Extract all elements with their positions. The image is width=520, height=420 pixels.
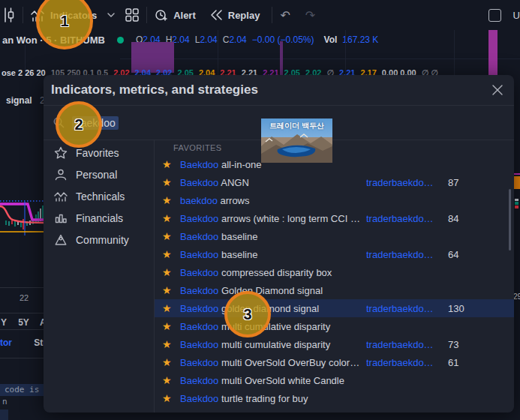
annotation-number: 2 — [74, 116, 83, 134]
annotation-step-3: 3 — [224, 291, 271, 338]
title-rest: multi OverSold OverBuy colored Candle — [218, 357, 366, 368]
annotation-number: 1 — [60, 13, 68, 30]
indicator-row[interactable]: ★ Baekdoo multi cumulative disparity — [155, 317, 514, 335]
annotation-step-2: 2 — [56, 101, 102, 148]
title-match: Baekdoo — [180, 249, 218, 260]
sidebar-item-community[interactable]: Community — [44, 229, 154, 250]
indicator-row[interactable]: ★ Baekdoo turtle trading for buy — [155, 389, 514, 407]
indicator-row[interactable]: ★ Baekdoo golden diamond signal traderba… — [155, 299, 514, 317]
title-rest: multi OverSold white Candle — [218, 375, 344, 386]
code-highlight-line[interactable]: code is — [0, 384, 44, 396]
title-match: Baekdoo — [180, 321, 218, 332]
sidebar-item-personal[interactable]: Personal — [44, 164, 154, 185]
replay-button[interactable]: Replay — [209, 9, 260, 21]
sidebar-item-financials[interactable]: Financials — [44, 207, 154, 229]
title-match: Baekdoo — [180, 213, 218, 224]
indicators-dropdown-chevron-icon[interactable] — [107, 13, 115, 17]
dialog-body: Favorites Personal Technicals — [44, 140, 514, 412]
tab-indicator-clipped[interactable]: tor — [0, 338, 12, 348]
toolbar-checkbox-icon[interactable] — [488, 9, 501, 22]
volume-label: Vol — [324, 34, 338, 45]
indicator-author-link[interactable]: traderbaekdo… — [366, 357, 437, 368]
editor-tabs-row: tor Str — [0, 338, 47, 348]
title-rest: ANGN — [218, 177, 248, 188]
title-match: baekdoo — [180, 195, 218, 206]
indicator-row[interactable]: ★ Baekdoo ANGN traderbaekdo… 87 — [155, 173, 514, 191]
sidebar-label: Personal — [76, 169, 117, 181]
favorite-star-icon[interactable]: ★ — [161, 176, 180, 188]
indicators-dialog: Indicators, metrics, and strategies baek… — [44, 75, 514, 412]
indicator-title: baekdoo arrows — [180, 195, 366, 206]
panel-divider — [0, 287, 44, 288]
indicator-row[interactable]: ★ Baekdoo baseline traderbaekdo… 64 — [155, 245, 514, 263]
indicator-author-link[interactable]: traderbaekdo… — [366, 303, 437, 314]
indicator-title: Baekdoo multi OverSold OverBuy colored C… — [180, 357, 366, 368]
indicator-row[interactable]: ★ Baekdoo arrows (white : long term CCI … — [155, 209, 514, 227]
indicator-title: Baekdoo baseline — [180, 249, 366, 260]
favorite-star-icon[interactable]: ★ — [161, 230, 180, 242]
volume-value: 167.23 K — [342, 34, 378, 45]
indicator-row[interactable]: ★ Baekdoo multi cumulative disparity tra… — [155, 335, 514, 353]
indicator-title: Baekdoo arrows (white : long term CCI tr… — [180, 213, 366, 224]
replay-icon — [209, 9, 223, 21]
layout-grid-icon[interactable] — [125, 8, 139, 22]
indicator-title: Baekdoo multi cumulative disparity — [180, 321, 366, 332]
market-status-dot — [117, 37, 124, 44]
indicator-row[interactable]: ★ Baekdoo all-in-one — [155, 155, 514, 173]
indicator-likes-count: 84 — [437, 213, 500, 224]
title-match: Baekdoo — [180, 177, 218, 188]
title-match: Baekdoo — [180, 159, 218, 170]
favorite-star-icon[interactable]: ★ — [161, 338, 180, 350]
promo-banner[interactable]: 트레이더 백두산 — [261, 118, 332, 163]
favorite-star-icon[interactable]: ★ — [161, 266, 180, 278]
replay-label: Replay — [228, 10, 260, 21]
indicator-author-link[interactable]: traderbaekdo… — [366, 249, 437, 260]
title-match: Baekdoo — [180, 303, 218, 314]
indicator-row[interactable]: ★ Baekdoo multi OverSold white Candle — [155, 371, 514, 389]
indicator-title: Baekdoo multi cumulative disparity — [180, 339, 366, 350]
favorite-star-icon[interactable]: ★ — [161, 212, 180, 224]
favorite-star-icon[interactable]: ★ — [161, 284, 180, 296]
favorite-star-icon[interactable]: ★ — [161, 194, 180, 206]
orange-zone — [514, 176, 520, 189]
indicator-row[interactable]: ★ Baekdoo Golden Diamond signal — [155, 281, 514, 299]
indicator-row[interactable]: ★ Baekdoo baseline — [155, 227, 514, 245]
range-5y[interactable]: 5Y — [18, 317, 29, 328]
favorite-star-icon[interactable]: ★ — [161, 158, 180, 170]
sidebar-item-technicals[interactable]: Technicals — [44, 185, 154, 207]
favorite-star-icon[interactable]: ★ — [161, 302, 180, 314]
candles-style-icon[interactable] — [2, 7, 15, 23]
close-icon[interactable] — [491, 84, 503, 96]
indicator-row[interactable]: ★ Baekdoo compressed disparity box — [155, 263, 514, 281]
indicator-author-link[interactable]: traderbaekdo… — [366, 339, 437, 350]
redo-icon[interactable]: ↷ — [305, 8, 315, 22]
title-match: Baekdoo — [180, 285, 218, 296]
range-1y-clipped[interactable]: Y — [1, 317, 7, 328]
title-rest: arrows — [218, 195, 250, 206]
favorite-star-icon[interactable]: ★ — [161, 356, 180, 368]
indicator-author-link[interactable]: traderbaekdo… — [366, 213, 437, 224]
title-rest: all-in-one — [218, 159, 261, 170]
indicator-list: FAVORITES ★ Baekdoo all-in-one ★ Baekdoo… — [155, 140, 514, 412]
title-rest: multi cumulative disparity — [218, 339, 330, 350]
favorite-star-icon[interactable]: ★ — [161, 374, 180, 386]
favorite-star-icon[interactable]: ★ — [161, 248, 180, 260]
gridline — [120, 58, 520, 59]
indicator-row[interactable]: ★ Baekdoo multi OverSold OverBuy colored… — [155, 353, 514, 371]
dialog-scrollbar[interactable] — [509, 189, 511, 250]
line-chart-icon — [54, 190, 68, 203]
favorite-star-icon[interactable]: ★ — [161, 392, 180, 404]
indicator-title: Baekdoo baseline — [180, 231, 366, 242]
favorite-star-icon[interactable]: ★ — [161, 320, 180, 332]
undo-icon[interactable]: ↶ — [280, 8, 290, 22]
indicator-rows: ★ Baekdoo all-in-one ★ Baekdoo ANGN trad… — [155, 155, 514, 407]
person-icon — [54, 168, 68, 182]
indicator-author-link[interactable]: traderbaekdo… — [366, 177, 437, 188]
title-match: Baekdoo — [180, 375, 218, 386]
alert-button[interactable]: Alert — [155, 9, 196, 22]
sidebar-item-favorites[interactable]: Favorites — [44, 142, 154, 164]
high-value: 2.04 — [172, 34, 189, 45]
title-rest: compressed disparity box — [218, 267, 332, 278]
indicator-row[interactable]: ★ baekdoo arrows — [155, 191, 514, 209]
toolbar-right-clipped-label: U — [513, 10, 520, 21]
